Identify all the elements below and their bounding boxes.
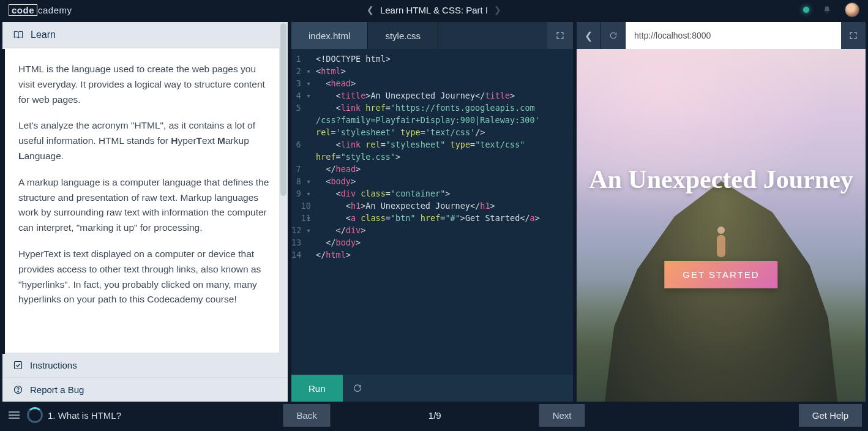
progress-circle-icon bbox=[27, 407, 43, 423]
browser-back-button[interactable]: ❮ bbox=[577, 22, 601, 49]
url-text: http://localhost:8000 bbox=[634, 31, 711, 40]
connection-status-icon bbox=[803, 7, 809, 13]
checkbox-icon bbox=[13, 361, 23, 370]
scrollbar-thumb[interactable] bbox=[280, 23, 286, 196]
course-title-text: Learn HTML & CSS: Part I bbox=[380, 5, 488, 15]
run-button[interactable]: Run bbox=[291, 375, 343, 402]
lesson-p4: HyperText is text displayed on a compute… bbox=[18, 247, 272, 307]
instructions-label: Instructions bbox=[30, 360, 77, 370]
code-line: <div class="container"> bbox=[316, 187, 568, 200]
instructions-row[interactable]: Instructions bbox=[2, 353, 288, 377]
gutter: 1 2 ▾ 3 ▾ 4 ▾ 5 6 7 8 ▾ 9 ▾ 10 ▾ 11 ▾ 12… bbox=[291, 53, 316, 375]
chevron-left-icon: ❮ bbox=[367, 5, 374, 15]
preview-panel: ❮ http://localhost:8000 An Unexpected Jo… bbox=[577, 22, 866, 402]
back-button[interactable]: Back bbox=[283, 404, 330, 427]
expand-icon bbox=[556, 31, 564, 40]
next-button[interactable]: Next bbox=[539, 404, 585, 427]
logo[interactable]: codecademy bbox=[9, 4, 72, 16]
topbar-right bbox=[803, 2, 859, 17]
code-line: <link href='https://fonts.googleapis.com bbox=[316, 102, 568, 114]
page-indicator: 1/9 bbox=[331, 410, 539, 421]
code-editor[interactable]: 1 2 ▾ 3 ▾ 4 ▾ 5 6 7 8 ▾ 9 ▾ 10 ▾ 11 ▾ 12… bbox=[291, 49, 573, 375]
run-label: Run bbox=[309, 383, 326, 394]
left-panel: Learn HTML is the language used to creat… bbox=[2, 22, 288, 402]
browser-reload-button[interactable] bbox=[601, 22, 626, 49]
accent-bar bbox=[2, 49, 5, 354]
left-scrollbar[interactable] bbox=[279, 22, 288, 354]
code-lines[interactable]: <!DOCTYPE html> <html> <head> <title>An … bbox=[316, 53, 573, 375]
main-row: Learn HTML is the language used to creat… bbox=[0, 20, 868, 402]
code-line: /css?family=Playfair+Display:900|Raleway… bbox=[316, 114, 568, 126]
report-bug-row[interactable]: Report a Bug bbox=[2, 377, 288, 402]
lesson-p3: A markup language is a computer language… bbox=[18, 175, 272, 236]
report-bug-label: Report a Bug bbox=[30, 384, 84, 395]
book-icon bbox=[13, 31, 23, 39]
footer: 1. What is HTML? Back 1/9 Next Get Help bbox=[0, 402, 868, 429]
code-line: </body> bbox=[316, 236, 568, 249]
code-line: </head> bbox=[316, 163, 568, 175]
learn-header[interactable]: Learn bbox=[2, 22, 288, 48]
expand-editor-button[interactable] bbox=[547, 22, 573, 49]
code-line: href="style.css"> bbox=[316, 151, 568, 163]
preview-cta-button[interactable]: GET STARTED bbox=[664, 261, 777, 288]
code-line: <h1>An Unexpected Journey</h1> bbox=[316, 200, 568, 212]
left-bottom: Instructions Report a Bug bbox=[2, 353, 288, 402]
run-bar: Run bbox=[291, 375, 573, 402]
code-line: <body> bbox=[316, 175, 568, 187]
editor-panel: index.html style.css 1 2 ▾ 3 ▾ 4 ▾ 5 6 7 bbox=[291, 22, 573, 402]
svg-rect-0 bbox=[15, 362, 22, 369]
tab-style-css[interactable]: style.css bbox=[368, 22, 438, 49]
code-line: <link rel="stylesheet" type="text/css" bbox=[316, 138, 568, 151]
chevron-right-icon: ❯ bbox=[494, 5, 501, 15]
lesson-name: 1. What is HTML? bbox=[48, 410, 121, 421]
logo-boxed: code bbox=[9, 4, 37, 16]
lesson-p1: HTML is the language used to create the … bbox=[18, 62, 272, 107]
editor-tabs: index.html style.css bbox=[291, 22, 573, 49]
avatar[interactable] bbox=[845, 2, 859, 17]
preview-person bbox=[713, 227, 729, 263]
preview-heading: An Unexpected Journey bbox=[577, 165, 866, 193]
help-circle-icon bbox=[13, 385, 23, 394]
chevron-left-icon: ❮ bbox=[585, 30, 593, 42]
expand-preview-button[interactable] bbox=[841, 22, 866, 49]
url-bar[interactable]: http://localhost:8000 bbox=[626, 22, 841, 49]
lesson-p2: Let's analyze the acronym "HTML", as it … bbox=[18, 118, 272, 163]
tab-label: style.css bbox=[385, 31, 421, 41]
learn-label: Learn bbox=[31, 29, 56, 40]
learn-body[interactable]: HTML is the language used to create the … bbox=[2, 48, 288, 353]
code-line: <head> bbox=[316, 77, 568, 89]
browser-bar: ❮ http://localhost:8000 bbox=[577, 22, 866, 49]
code-line: <!DOCTYPE html> bbox=[316, 53, 568, 65]
expand-icon bbox=[849, 31, 858, 40]
get-help-button[interactable]: Get Help bbox=[799, 404, 862, 427]
tab-index-html[interactable]: index.html bbox=[291, 22, 368, 49]
tab-label: index.html bbox=[309, 31, 350, 41]
code-line: <title>An Unexpected Journey</title> bbox=[316, 89, 568, 102]
svg-point-2 bbox=[18, 391, 18, 392]
menu-icon[interactable] bbox=[6, 409, 22, 421]
course-title[interactable]: ❮ Learn HTML & CSS: Part I ❯ bbox=[367, 5, 501, 15]
code-line: </html> bbox=[316, 249, 568, 261]
code-line: </div> bbox=[316, 224, 568, 236]
footer-nav: Back 1/9 Next bbox=[283, 404, 585, 427]
reset-button[interactable] bbox=[343, 375, 372, 402]
code-line: <a class="btn" href="#">Get Started</a> bbox=[316, 212, 568, 224]
code-line: rel='stylesheet' type='text/css'/> bbox=[316, 126, 568, 138]
logo-rest: cademy bbox=[38, 5, 72, 15]
reload-icon bbox=[609, 31, 618, 40]
code-line: <html> bbox=[316, 65, 568, 77]
preview-viewport[interactable]: An Unexpected Journey GET STARTED bbox=[577, 49, 866, 402]
refresh-icon bbox=[353, 383, 362, 393]
topbar: codecademy ❮ Learn HTML & CSS: Part I ❯ bbox=[0, 0, 868, 20]
bell-icon[interactable] bbox=[823, 6, 831, 14]
